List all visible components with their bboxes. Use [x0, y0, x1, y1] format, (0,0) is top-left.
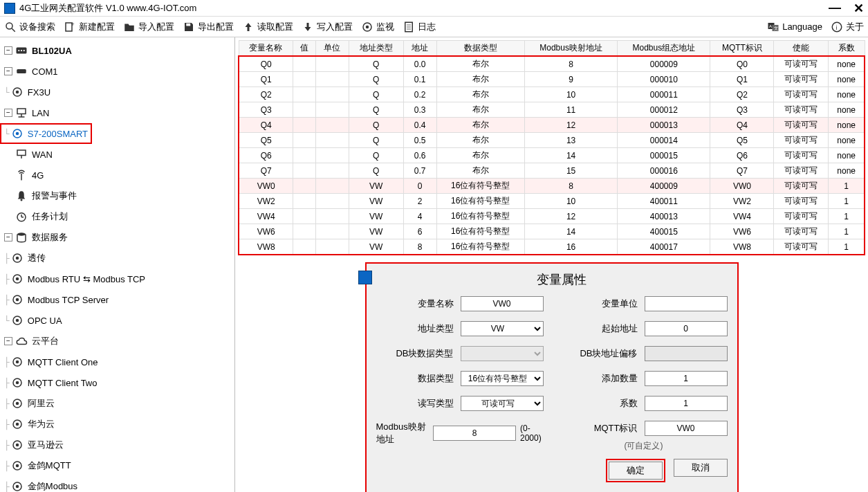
svg-point-48	[16, 381, 19, 385]
startaddr-input[interactable]	[645, 321, 728, 336]
tree-mqtt-client-two[interactable]: ├MQTT Client Two	[0, 372, 234, 393]
table-row[interactable]: VW0VW016位有符号整型8400009VW0可读可写1	[239, 179, 865, 194]
tree-root[interactable]: − BL102UA	[0, 40, 234, 61]
tree-jinge-mqtt[interactable]: ├金鸽MQTT	[0, 455, 234, 476]
tree-com1[interactable]: − COM1	[0, 61, 234, 82]
mqttid-input[interactable]	[645, 421, 728, 436]
table-header: 值	[293, 41, 315, 57]
svg-point-52	[16, 423, 19, 426]
table-row[interactable]: VW6VW616位有符号整型14400015VW6可读可写1	[239, 224, 865, 239]
log-button[interactable]: 日志	[403, 21, 436, 33]
tree-alarm[interactable]: 报警与事件	[0, 185, 234, 206]
export-config-button[interactable]: 导出配置	[183, 21, 234, 33]
svg-text:i: i	[836, 24, 838, 30]
tree-lan[interactable]: − LAN	[0, 102, 234, 123]
tree-modbus-tcp-server[interactable]: ├Modbus TCP Server	[0, 289, 234, 310]
svg-point-44	[16, 319, 19, 322]
expander-icon[interactable]: −	[4, 233, 12, 242]
table-row[interactable]: Q4Q0.4布尔12000013Q4可读可写none	[239, 118, 865, 133]
tree-s7-200smart[interactable]: └ S7-200SMART	[0, 123, 92, 144]
clock-icon	[15, 210, 28, 223]
import-config-button[interactable]: 导入配置	[123, 21, 174, 33]
modbusmap-input[interactable]	[433, 426, 516, 441]
read-config-button[interactable]: 读取配置	[242, 21, 293, 33]
monitor-button[interactable]: 监视	[361, 21, 394, 33]
device-search-button[interactable]: 设备搜索	[4, 21, 55, 33]
svg-point-18	[18, 50, 19, 51]
svg-point-6	[366, 25, 369, 28]
tree-modbus-rtu-tcp[interactable]: ├Modbus RTU ⇆ Modbus TCP	[0, 268, 234, 289]
addrtype-select[interactable]: VW	[461, 321, 544, 336]
tree-cloud[interactable]: − 云平台	[0, 331, 234, 352]
unit-input[interactable]	[645, 296, 728, 311]
table-header: Modbus组态地址	[618, 41, 710, 57]
expander-icon[interactable]: −	[4, 109, 12, 117]
expander-icon[interactable]: −	[4, 337, 12, 345]
svg-text:+: +	[71, 21, 75, 28]
circle-icon	[11, 397, 24, 410]
table-row[interactable]: Q0Q0.0布尔8000009Q0可读可写none	[239, 56, 865, 72]
tree-passthrough[interactable]: ├透传	[0, 248, 234, 268]
varname-input[interactable]	[461, 296, 544, 311]
serial-icon	[15, 65, 28, 78]
svg-point-50	[16, 402, 19, 406]
coef-input[interactable]	[645, 396, 728, 411]
tree-task[interactable]: 任务计划	[0, 206, 234, 227]
write-config-button[interactable]: 写入配置	[302, 21, 353, 33]
circle-icon	[11, 459, 24, 472]
about-button[interactable]: i 关于	[831, 21, 864, 33]
addcount-input[interactable]	[645, 371, 728, 386]
circle-icon	[11, 439, 24, 451]
tree-mqtt-client-one[interactable]: ├MQTT Client One	[0, 352, 234, 372]
variable-table: 变量名称值单位地址类型地址数据类型Modbus映射地址Modbus组态地址MQT…	[238, 40, 865, 255]
cancel-button[interactable]: 取消	[674, 459, 728, 477]
svg-rect-4	[186, 23, 190, 26]
table-row[interactable]: Q3Q0.3布尔11000012Q3可读可写none	[239, 102, 865, 118]
svg-point-23	[16, 91, 19, 94]
variable-property-dialog: 变量属性 变量名称 地址类型VW DB块数据类型 数据类型16位有符号整型 读写…	[365, 262, 739, 492]
tree-opc-ua[interactable]: └OPC UA	[0, 310, 234, 331]
expander-icon[interactable]: −	[4, 46, 12, 55]
svg-point-36	[17, 233, 26, 236]
device-tree: − BL102UA − COM1 └	[0, 37, 235, 492]
minimize-button[interactable]: —	[829, 1, 841, 16]
tree-dataservice[interactable]: − 数据服务	[0, 227, 234, 248]
plc-icon	[11, 127, 24, 140]
tree-4g[interactable]: 4G	[0, 165, 234, 185]
datatype-select[interactable]: 16位有符号整型	[461, 371, 544, 386]
rwtype-select[interactable]: 可读可写	[461, 396, 544, 411]
svg-point-38	[16, 257, 19, 260]
ok-button[interactable]: 确定	[609, 462, 663, 480]
close-button[interactable]: ✕	[853, 1, 864, 16]
table-header: 系数	[829, 41, 865, 57]
device-icon	[15, 44, 28, 57]
svg-point-19	[21, 50, 22, 51]
svg-text:文: 文	[774, 25, 778, 30]
info-icon: i	[831, 21, 843, 33]
svg-point-28	[16, 132, 19, 136]
table-row[interactable]: VW8VW816位有符号整型16400017VW8可读可写1	[239, 239, 865, 255]
tree-aliyun[interactable]: ├阿里云	[0, 393, 234, 414]
circle-icon	[11, 480, 24, 492]
table-row[interactable]: Q1Q0.1布尔9000010Q1可读可写none	[239, 72, 865, 87]
table-row[interactable]: VW2VW216位有符号整型10400011VW2可读可写1	[239, 194, 865, 209]
svg-point-46	[16, 361, 19, 364]
download-icon	[302, 21, 314, 33]
import-icon	[123, 21, 136, 33]
table-row[interactable]: Q6Q0.6布尔14000015Q6可读可写none	[239, 148, 865, 163]
svg-point-58	[16, 485, 19, 489]
tree-fx3u[interactable]: └ FX3U	[0, 82, 234, 102]
dbdatatype-select	[461, 346, 544, 361]
tree-huawei[interactable]: ├华为云	[0, 414, 234, 435]
tree-wan[interactable]: WAN	[0, 144, 234, 165]
plc-icon	[11, 86, 24, 98]
language-button[interactable]: A文 Language	[767, 21, 822, 33]
table-row[interactable]: VW4VW416位有符号整型12400013VW4可读可写1	[239, 209, 865, 224]
new-config-button[interactable]: + 新建配置	[64, 21, 115, 33]
tree-aws[interactable]: ├亚马逊云	[0, 435, 234, 455]
table-row[interactable]: Q2Q0.2布尔10000011Q2可读可写none	[239, 87, 865, 102]
expander-icon[interactable]: −	[4, 67, 12, 75]
table-row[interactable]: Q5Q0.5布尔13000014Q5可读可写none	[239, 133, 865, 148]
table-row[interactable]: Q7Q0.7布尔15000016Q7可读可写none	[239, 163, 865, 179]
tree-jinge-modbus[interactable]: ├金鸽Modbus	[0, 476, 234, 492]
